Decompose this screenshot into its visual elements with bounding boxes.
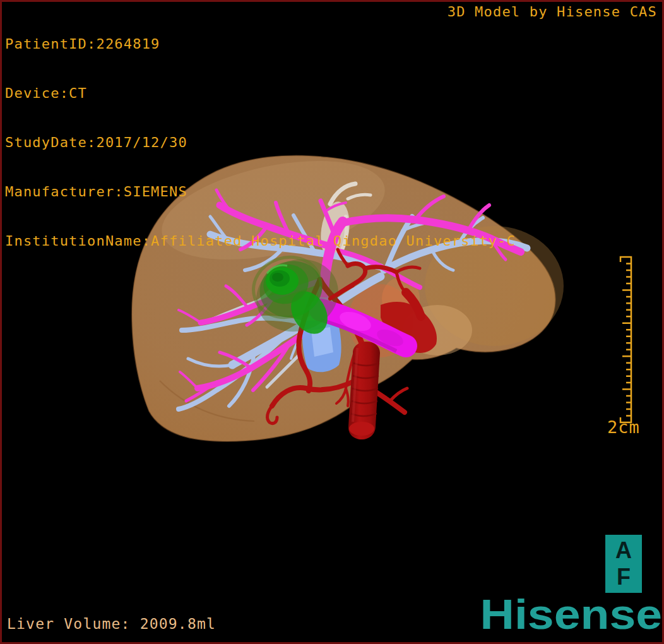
study-date: StudyDate:2017/12/30 — [5, 134, 516, 151]
hisense-logo: Hisense — [480, 590, 662, 638]
orientation-letter-anterior: A — [615, 537, 632, 564]
scale-label: 2cm — [607, 417, 640, 437]
cas-3d-view-window: PatientID:2264819 Device:CT StudyDate:20… — [0, 0, 664, 644]
device: Device:CT — [5, 85, 516, 102]
liver-volume-readout: Liver Volume: 2009.8ml — [7, 616, 216, 632]
patient-info-overlay: PatientID:2264819 Device:CT StudyDate:20… — [5, 3, 516, 282]
scale-bar: 2cm — [602, 251, 648, 444]
aorta — [348, 342, 380, 439]
orientation-letter-feet: F — [617, 564, 631, 590]
orientation-marker[interactable]: A F — [605, 535, 642, 593]
watermark: 3D Model by Hisense CAS — [448, 4, 657, 20]
patient-id: PatientID:2264819 — [5, 36, 516, 52]
institution-name: InstitutionName:Affiliated Hospital Qing… — [5, 233, 516, 249]
scale-ruler — [602, 251, 648, 434]
manufacturer: Manufacturer:SIEMENS — [5, 184, 516, 200]
